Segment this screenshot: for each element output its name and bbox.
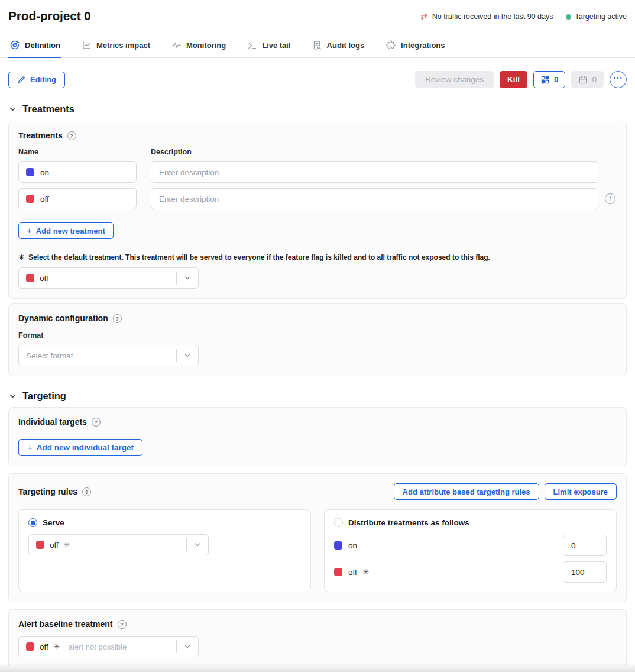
pencil-icon: [17, 75, 26, 84]
format-select[interactable]: Select format: [18, 345, 199, 366]
treatment-color-chip: [334, 568, 342, 576]
chevron-down-icon: [177, 642, 198, 651]
tab-metrics-impact[interactable]: Metrics impact: [80, 36, 151, 58]
status-group: No traffic received in the last 90 days …: [419, 12, 627, 21]
treatments-collapse-chevron-icon[interactable]: [8, 105, 17, 114]
asterisk-icon: ✳: [363, 568, 369, 576]
kill-button[interactable]: Kill: [500, 71, 527, 88]
toolbar: Editing Review changes Kill 0 0: [0, 71, 635, 88]
name-column-header: Name: [18, 148, 151, 156]
add-individual-target-label: Add new individual target: [37, 443, 134, 452]
schedule-count-button[interactable]: 0: [571, 71, 604, 88]
alert-baseline-card: Alert baseline treatment ? off ✳ alert n…: [8, 609, 627, 666]
distribute-radio[interactable]: [334, 518, 343, 527]
individual-targets-title: Individual targets: [18, 417, 87, 427]
editing-button-label: Editing: [30, 75, 56, 84]
tab-live-tail-label: Live tail: [262, 41, 290, 50]
serve-label: Serve: [43, 518, 64, 527]
tab-integrations-label: Integrations: [401, 41, 445, 50]
default-treatment-value: off: [40, 274, 48, 283]
editing-button[interactable]: Editing: [8, 72, 65, 88]
chevron-down-icon: [177, 274, 198, 282]
page-header: Prod-project 0 No traffic received in th…: [0, 0, 635, 23]
add-individual-target-button[interactable]: + Add new individual target: [18, 439, 142, 456]
add-new-treatment-button[interactable]: + Add new treatment: [18, 222, 114, 239]
treatments-section-title: Treatments: [22, 104, 74, 115]
default-treatment-note: ✳ Select the default treatment. This tre…: [18, 253, 617, 261]
treatment-color-chip: [26, 195, 34, 203]
grid-icon: [540, 75, 550, 85]
asterisk-icon: ✳: [54, 643, 60, 650]
traffic-status-label: No traffic received in the last 90 days: [432, 12, 553, 21]
treatment-color-chip: [26, 642, 34, 651]
treatment-color-chip: [334, 541, 342, 550]
individual-targets-help-icon[interactable]: ?: [92, 418, 101, 427]
schedule-count: 0: [592, 75, 597, 84]
serve-treatment-value: off: [50, 541, 59, 550]
tab-monitoring[interactable]: Monitoring: [170, 36, 227, 58]
treatment-name-input[interactable]: [40, 168, 129, 177]
format-select-placeholder: Select format: [26, 351, 73, 360]
alert-baseline-select[interactable]: off ✳ alert not possible: [18, 636, 199, 657]
distribute-treatment-name: off: [348, 568, 357, 577]
limit-exposure-button[interactable]: Limit exposure: [545, 483, 617, 500]
dynamic-configuration-title: Dynamic configuration: [18, 314, 108, 323]
distribute-treatment-name: on: [348, 541, 357, 550]
warning-icon: !: [605, 193, 615, 204]
targeting-collapse-chevron-icon[interactable]: [8, 392, 17, 400]
more-actions-button[interactable]: ···: [610, 71, 627, 88]
add-attribute-rules-button[interactable]: Add attribute based targeting rules: [394, 483, 539, 500]
serve-panel: Serve off ✳: [18, 509, 311, 592]
page-title: Prod-project 0: [8, 9, 91, 23]
distribute-percent-input[interactable]: [563, 561, 607, 583]
default-treatment-note-text: Select the default treatment. This treat…: [28, 253, 490, 261]
treatment-name-field[interactable]: [18, 188, 137, 209]
serve-radio[interactable]: [28, 518, 37, 527]
plus-icon: +: [27, 443, 33, 452]
tab-definition[interactable]: Definition: [8, 36, 61, 58]
traffic-status: No traffic received in the last 90 days: [419, 12, 553, 21]
dynamic-configuration-help-icon[interactable]: ?: [113, 314, 122, 323]
distribute-percent-input[interactable]: [563, 535, 607, 556]
tab-audit-logs[interactable]: Audit logs: [311, 36, 366, 58]
targeting-rules-help-icon[interactable]: ?: [82, 487, 91, 496]
targeting-rules-title: Targeting rules: [18, 487, 77, 496]
targeting-section-title: Targeting: [22, 390, 66, 402]
distribute-label: Distribute treatments as follows: [348, 518, 469, 527]
integrations-puzzle-icon: [385, 40, 396, 50]
targeting-status-label: Targeting active: [575, 12, 627, 21]
treatment-description-input[interactable]: [151, 188, 598, 209]
targeting-status: Targeting active: [566, 12, 627, 21]
treatment-color-chip: [26, 274, 34, 282]
distribute-row: on: [334, 535, 607, 556]
plus-icon: +: [27, 226, 32, 235]
tab-integrations[interactable]: Integrations: [384, 36, 446, 58]
alert-baseline-help-icon[interactable]: ?: [118, 620, 127, 629]
changes-count-button[interactable]: 0: [533, 71, 566, 88]
alert-baseline-hint: alert not possible: [69, 642, 127, 651]
treatment-row: !: [18, 188, 617, 209]
individual-targets-card: Individual targets ? + Add new individua…: [8, 407, 627, 466]
calendar-icon: [578, 75, 588, 85]
treatment-color-chip: [36, 541, 44, 549]
treatment-description-input[interactable]: [151, 161, 598, 183]
tab-live-tail[interactable]: Live tail: [246, 36, 291, 58]
treatment-name-input[interactable]: [40, 195, 129, 203]
serve-treatment-select[interactable]: off ✳: [28, 534, 209, 555]
treatments-help-icon[interactable]: ?: [67, 131, 76, 140]
chevron-down-icon: [187, 541, 208, 549]
treatment-name-field[interactable]: [18, 161, 137, 183]
default-treatment-select[interactable]: off: [18, 267, 199, 289]
distribute-row: off ✳: [334, 561, 607, 583]
tab-definition-label: Definition: [25, 41, 60, 50]
changes-count: 0: [554, 75, 559, 84]
treatments-card-title: Treatments: [18, 131, 63, 140]
targeting-rules-card: Targeting rules ? Add attribute based ta…: [8, 473, 627, 602]
review-changes-button[interactable]: Review changes: [415, 71, 494, 88]
treatments-card: Treatments ? Name Description ! + Add ne…: [8, 121, 627, 299]
tab-audit-logs-label: Audit logs: [327, 41, 365, 50]
alert-baseline-title: Alert baseline treatment: [18, 619, 113, 629]
alert-baseline-value: off: [40, 642, 48, 651]
tab-metrics-impact-label: Metrics impact: [96, 41, 150, 50]
audit-logs-document-icon: [312, 40, 322, 50]
